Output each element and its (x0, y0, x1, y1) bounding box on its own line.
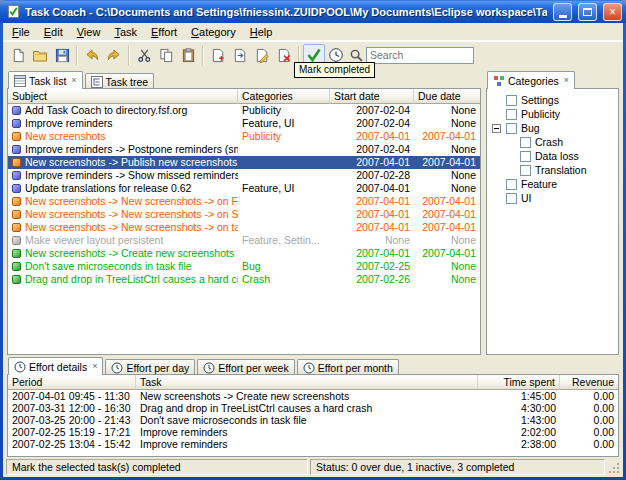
close-button[interactable]: × (603, 3, 622, 21)
category-item-translation[interactable]: Translation (491, 163, 616, 177)
redo-button[interactable] (103, 44, 125, 66)
col-subject[interactable]: Subject (8, 89, 238, 104)
collapse-icon[interactable] (492, 124, 501, 133)
col-period[interactable]: Period (8, 375, 136, 390)
col-due-date[interactable]: Due date (414, 89, 480, 104)
task-row[interactable]: Improve reminders -> Show missed reminde… (8, 169, 480, 182)
clock-icon (14, 361, 26, 373)
task-row[interactable]: New screenshots -> New screenshots -> on… (8, 221, 480, 234)
search-input[interactable] (366, 47, 474, 64)
clock-icon (203, 362, 215, 374)
checkbox[interactable] (506, 95, 517, 106)
minimize-button[interactable] (553, 3, 572, 21)
close-tab-icon[interactable]: × (71, 76, 76, 85)
task-subject: New screenshots -> New screenshots -> on… (25, 208, 238, 221)
menu-category[interactable]: Category (184, 24, 243, 40)
tab-categories[interactable]: Categories × (487, 71, 575, 89)
maximize-button[interactable] (578, 3, 597, 21)
category-item-feature[interactable]: Feature (491, 177, 616, 191)
task-status-icon (12, 197, 21, 206)
task-row[interactable]: Improve reminders -> Postpone reminders … (8, 143, 480, 156)
task-row[interactable]: New screenshots -> New screenshots -> on… (8, 208, 480, 221)
category-item-ui[interactable]: UI (491, 191, 616, 205)
menu-edit[interactable]: Edit (37, 24, 70, 40)
menu-task[interactable]: Task (107, 24, 144, 40)
tab-label: Task list (29, 75, 66, 87)
menu-help[interactable]: Help (243, 24, 280, 40)
category-item-crash[interactable]: Crash (491, 135, 616, 149)
effort-row[interactable]: 2007-02-25 15:19 - 17:21Improve reminder… (8, 426, 618, 438)
task-subject: Drag and drop in TreeListCtrl causes a h… (25, 273, 238, 286)
delete-task-button[interactable] (273, 44, 295, 66)
new-subtask-button[interactable] (229, 44, 251, 66)
task-row[interactable]: Update translations for release 0.62Feat… (8, 182, 480, 195)
category-item-settings[interactable]: Settings (491, 93, 616, 107)
col-time-spent[interactable]: Time spent (478, 375, 560, 390)
categories-tree: Settings Publicity Bug Crash Data loss T… (487, 89, 618, 354)
effort-tabbar: Effort details × Effort per day Effort p… (7, 357, 619, 375)
titlebar[interactable]: Task Coach - C:\Documents and Settings\f… (0, 0, 626, 23)
task-row[interactable]: Add Task Coach to directory.fsf.orgPubli… (8, 104, 480, 117)
category-item-data-loss[interactable]: Data loss (491, 149, 616, 163)
resize-grip[interactable] (607, 459, 621, 475)
category-item-publicity[interactable]: Publicity (491, 107, 616, 121)
tab-label: Effort per week (218, 362, 288, 374)
task-row[interactable]: Drag and drop in TreeListCtrl causes a h… (8, 273, 480, 286)
new-file-button[interactable] (7, 44, 29, 66)
checkbox[interactable] (520, 137, 531, 148)
copy-button[interactable] (155, 44, 177, 66)
task-row[interactable]: Make viewer layout persistentFeature, Se… (8, 234, 480, 247)
tab-effort-per-week[interactable]: Effort per week (197, 359, 294, 375)
effort-row[interactable]: 2007-03-25 20:00 - 21:43Don't save micro… (8, 414, 618, 426)
task-row[interactable]: New screenshotsPublicity2007-04-012007-0… (8, 130, 480, 143)
effort-row[interactable]: 2007-02-25 13:04 - 15:42Improve reminder… (8, 438, 618, 450)
tab-task-list[interactable]: Task list × (8, 71, 83, 89)
task-status-icon (12, 249, 21, 258)
menubar: File Edit View Task Effort Category Help (3, 23, 623, 41)
checkbox[interactable] (506, 123, 517, 134)
task-row[interactable]: New screenshots -> Create new screenshot… (8, 247, 480, 260)
task-row-selected[interactable]: New screenshots -> Publish new screensho… (8, 156, 480, 169)
close-tab-icon[interactable]: × (92, 362, 97, 371)
task-subject: New screenshots -> New screenshots -> on… (25, 195, 238, 208)
col-task[interactable]: Task (136, 375, 478, 390)
toolbar-separator (202, 46, 204, 65)
checkbox[interactable] (506, 109, 517, 120)
col-revenue[interactable]: Revenue (560, 375, 618, 390)
undo-button[interactable] (81, 44, 103, 66)
checkbox[interactable] (506, 193, 517, 204)
category-item-bug[interactable]: Bug (491, 121, 616, 135)
checkbox[interactable] (506, 179, 517, 190)
save-file-button[interactable] (51, 44, 73, 66)
app-icon (6, 4, 21, 19)
menu-effort[interactable]: Effort (144, 24, 184, 40)
tab-effort-details[interactable]: Effort details × (8, 357, 103, 375)
col-categories[interactable]: Categories (238, 89, 330, 104)
effort-row[interactable]: 2007-04-01 09:45 - 11:30New screenshots … (8, 390, 618, 402)
open-file-button[interactable] (29, 44, 51, 66)
task-row[interactable]: New screenshots -> New screenshots -> on… (8, 195, 480, 208)
tab-task-tree[interactable]: Task tree (85, 73, 155, 89)
new-task-button[interactable] (207, 44, 229, 66)
edit-task-button[interactable] (251, 44, 273, 66)
col-start-date[interactable]: Start date (330, 89, 414, 104)
tab-effort-per-month[interactable]: Effort per month (297, 359, 399, 375)
close-tab-icon[interactable]: × (564, 76, 569, 85)
main-area: Task list × Task tree Subject Categories… (3, 68, 623, 357)
task-row[interactable]: Don't save microseconds in task fileBug2… (8, 260, 480, 273)
checkbox[interactable] (520, 151, 531, 162)
menu-view[interactable]: View (70, 24, 108, 40)
task-subject: Improve reminders -> Postpone reminders … (25, 143, 238, 156)
task-subject: Don't save microseconds in task file (25, 260, 192, 273)
task-subject: New screenshots -> New screenshots -> on… (25, 221, 238, 234)
effort-row[interactable]: 2007-03-31 12:00 - 16:30Drag and drop in… (8, 402, 618, 414)
task-row[interactable]: Improve remindersFeature, UI2007-02-04No… (8, 117, 480, 130)
task-status-icon (12, 171, 21, 180)
cut-button[interactable] (133, 44, 155, 66)
paste-button[interactable] (177, 44, 199, 66)
categories-icon (493, 75, 505, 87)
checkbox[interactable] (520, 165, 531, 176)
menu-file[interactable]: File (5, 24, 37, 40)
clock-icon (111, 362, 123, 374)
tab-effort-per-day[interactable]: Effort per day (105, 359, 195, 375)
